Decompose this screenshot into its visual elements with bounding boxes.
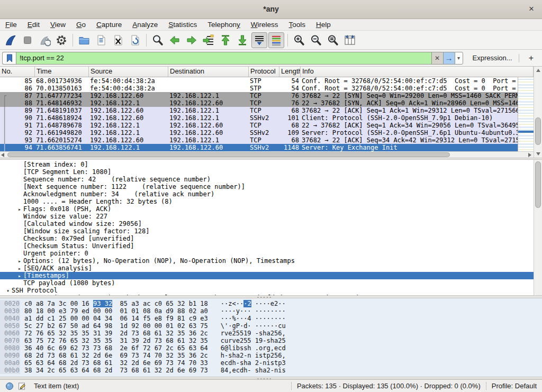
hex-row[interactable]: 003080 18 00 e3 79 ed 00 00 01 01 08 0a … [0,307,542,315]
detail-line-expandable[interactable]: SSH Protocol [0,287,534,294]
packet-row[interactable]: │ 9071.648618924192.168.122.60192.168.12… [0,114,518,122]
stop-capture-icon[interactable] [20,32,35,48]
filter-apply-button[interactable] [443,52,455,65]
expand-arrow-icon[interactable] [16,258,23,265]
zoom-out-icon[interactable] [308,32,324,48]
filter-dropdown-button[interactable] [455,52,463,65]
zoom-in-icon[interactable] [291,32,307,48]
menu-analyze[interactable]: Analyze [127,20,163,30]
hex-row[interactable]: 009068 2d 73 68 61 32 2d 6e 69 73 74 70 … [0,352,542,359]
detail-line[interactable]: [Stream index: 0] [0,161,534,168]
hex-row[interactable]: 006072 76 65 32 35 35 31 39 2d 73 68 61 … [0,330,542,337]
title-bar[interactable]: *any × [0,0,542,19]
packet-row[interactable]: 8568.001734936fe:54:00:d4:38:2aSTP54Conf… [0,77,518,85]
column-info[interactable]: Info [301,67,534,77]
status-profile[interactable]: Profile: Default [492,382,537,390]
go-back-icon[interactable] [167,32,183,48]
start-capture-icon[interactable] [3,32,19,48]
go-last-packet-icon[interactable] [234,32,250,48]
detail-line[interactable]: [Calculated window size: 29056] [0,220,534,227]
packet-row[interactable]: │ 8871.648146932192.168.122.1192.168.122… [0,99,518,107]
display-filter-input[interactable] [16,52,431,65]
capture-comment-icon[interactable] [18,382,26,390]
detail-line[interactable]: 1000 .... = Header Length: 32 bytes (8) [0,198,534,205]
save-file-icon[interactable] [93,32,109,48]
menu-statistics[interactable]: Statistics [163,20,202,30]
expression-button[interactable]: Expression... [473,54,512,62]
go-to-packet-icon[interactable] [201,32,216,48]
menu-edit[interactable]: Edit [22,20,45,30]
detail-line-expandable[interactable]: [SEQ/ACK analysis] [0,265,534,272]
resize-columns-icon[interactable] [342,32,358,48]
scrollbar-thumb[interactable] [535,117,541,145]
detail-line[interactable]: [TCP Segment Len: 1080] [0,168,534,176]
detail-line[interactable]: Urgent pointer: 0 [0,250,534,257]
scroll-left-icon[interactable] [1,153,4,157]
restart-capture-icon[interactable] [37,32,52,48]
column-protocol[interactable]: Protocol [249,67,279,77]
packet-row[interactable]: │ 9171.648789678192.168.122.1192.168.122… [0,122,518,129]
auto-scroll-toggle-icon[interactable] [251,32,267,48]
menu-telephony[interactable]: Telephony [202,20,246,30]
detail-line[interactable]: [Next sequence number: 1122 (relative se… [0,183,534,190]
detail-line[interactable]: Acknowledgment number: 34 (relative ack … [0,190,534,198]
add-filter-button[interactable]: + [526,53,537,63]
find-packet-icon[interactable] [150,32,166,48]
menu-help[interactable]: Help [311,20,336,30]
reload-file-icon[interactable] [127,32,143,48]
column-no[interactable]: No. [0,67,35,77]
filter-clear-button[interactable] [431,52,443,65]
hex-row[interactable]: 007063 75 72 76 65 32 35 35 31 39 2d 73 … [0,337,542,344]
menu-file[interactable]: File [0,20,22,30]
expand-arrow-icon[interactable] [16,206,23,213]
packet-row[interactable]: │ 9371.662015274192.168.122.60192.168.12… [0,136,518,144]
colorize-toggle-icon[interactable] [268,32,284,48]
column-destination[interactable]: Destination [168,67,249,77]
zoom-original-icon[interactable] [325,32,341,48]
detail-line[interactable]: Window size value: 227 [0,213,534,220]
packet-row[interactable]: │ 9271.661949820192.168.122.1192.168.122… [0,129,518,136]
column-source[interactable]: Source [89,67,168,77]
detail-line[interactable]: Sequence number: 42 (relative sequence n… [0,176,534,183]
packet-row-selected[interactable]: │ 9471.663856741192.168.122.1192.168.122… [0,144,518,151]
go-first-packet-icon[interactable] [218,32,233,48]
scrollbar-thumb[interactable] [535,161,541,208]
column-time[interactable]: Time [35,67,89,77]
menu-go[interactable]: Go [71,20,91,30]
detail-line-expandable[interactable]: Flags: 0x018 (PSH, ACK) [0,205,534,213]
hex-row[interactable]: 0040a1 dd c1 25 00 00 04 34 06 14 f5 e8 … [0,315,542,322]
menu-view[interactable]: View [45,20,71,30]
packet-list-vscrollbar[interactable] [534,67,542,158]
expand-arrow-icon[interactable] [16,265,23,272]
expand-arrow-icon[interactable] [16,272,23,279]
hex-row[interactable]: 00505c 27 b2 67 50 ad 64 98 1d 92 00 00 … [0,322,542,330]
packet-row[interactable]: 8670.013850163fe:54:00:d4:38:2aSTP54Conf… [0,85,518,92]
go-forward-icon[interactable] [184,32,200,48]
menu-tools[interactable]: Tools [284,20,311,30]
expert-info-icon[interactable] [5,382,14,390]
hex-row[interactable]: 0020c0 a8 7a 3c 00 16 93 32 85 a3 ac c0 … [0,300,542,307]
detail-line[interactable]: [Checksum Status: Unverified] [0,242,534,250]
scrollbar-thumb[interactable] [7,152,450,157]
scroll-down-icon[interactable] [534,150,542,158]
detail-line[interactable]: [Window size scaling factor: 128] [0,227,534,235]
packet-row[interactable]: ┌ 8771.647777234192.168.122.60192.168.12… [0,92,518,99]
detail-line-expandable[interactable]: Options: (12 bytes), No-Operation (NOP),… [0,257,534,265]
scroll-right-icon[interactable] [528,153,531,157]
menu-capture[interactable]: Capture [91,20,127,30]
menu-wireless[interactable]: Wireless [246,20,284,30]
column-length[interactable]: Length [279,67,301,77]
packet-row[interactable]: │ 8971.648191037192.168.122.60192.168.12… [0,107,518,114]
detail-line[interactable]: TCP payload (1080 bytes) [0,279,534,287]
hex-row[interactable]: 008036 40 6c 69 62 73 73 68 2e 6f 72 67 … [0,344,542,352]
capture-options-icon[interactable] [53,32,69,48]
collapse-arrow-icon[interactable] [4,287,12,294]
scroll-up-icon[interactable] [534,67,542,74]
detail-line[interactable]: Checksum: 0x79ed [unverified] [0,235,534,242]
close-file-icon[interactable] [110,32,126,48]
hex-row[interactable]: 00a065 63 64 68 2d 73 68 61 32 2d 6e 69 … [0,359,542,367]
details-vscrollbar[interactable] [534,160,542,295]
detail-line-selected[interactable]: [Timestamps] [0,272,534,279]
hex-row[interactable]: 00b038 34 2c 65 63 64 68 2d 73 68 61 32 … [0,367,542,374]
close-button[interactable]: × [526,4,537,14]
